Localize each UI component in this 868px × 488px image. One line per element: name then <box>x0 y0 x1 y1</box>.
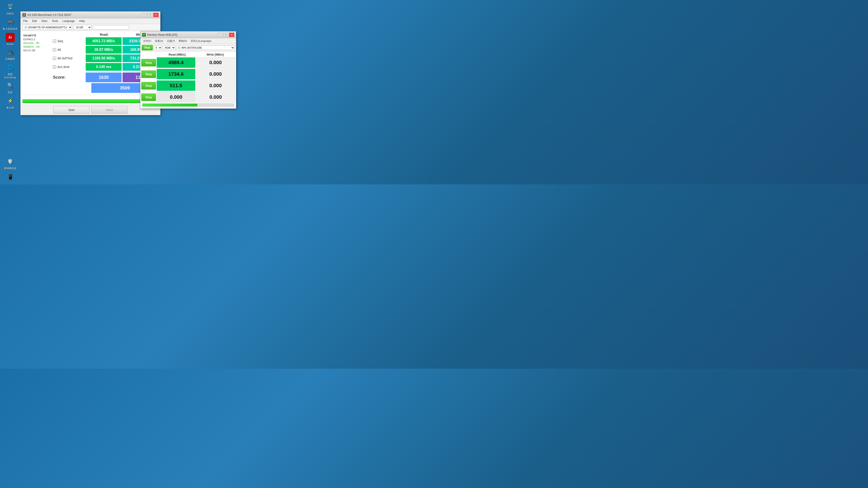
progress-area: ··· <box>21 95 160 105</box>
acctime-label: ✓ Acc.time <box>53 65 86 69</box>
maximize-button[interactable]: □ <box>148 13 153 17</box>
4k64-label: ✓ 4K-64Thrd <box>53 57 86 60</box>
abort-button[interactable]: Abort <box>91 106 127 113</box>
menu-file[interactable]: File <box>22 19 29 23</box>
desktop-icon-wanjie[interactable]: 📺 完美解码 <box>2 48 18 61</box>
drive-select[interactable]: C: GIGABYTE GP-ASM2NE6100TTLD <box>22 25 72 30</box>
rr-col-header: Read [MB/s] Write [MB/s] <box>141 53 235 57</box>
rr-stop-top-button[interactable]: Stop <box>142 45 153 51</box>
desktop-icon-adobe[interactable]: Ai Adobe <box>2 33 18 45</box>
seq-label: ✓ Seq <box>53 39 86 43</box>
ludashi-label: 夜神模拟器 <box>4 167 17 170</box>
rr-count-select[interactable]: 5 <box>154 45 162 50</box>
rr-read-4: 0.000 <box>157 92 195 103</box>
games-icon: 🎮 <box>6 18 15 27</box>
minimize-button[interactable]: − <box>142 13 147 17</box>
score-read: 1630 <box>86 72 122 82</box>
rr-menu-settings[interactable]: 设置(S) <box>154 39 164 43</box>
as-ssd-app-icon: A <box>22 13 26 17</box>
wanjie-label: 完美解码 <box>5 57 15 61</box>
desktop-icons: 🗑️ 回收站 🎮 鲁大师游戏库 Ai Adobe 📺 完美解码 🌐 搜索Ever… <box>0 0 20 112</box>
rr-maximize-button[interactable]: □ <box>223 33 228 37</box>
menu-tools[interactable]: Tools <box>51 19 59 23</box>
4k64-read: 1185.56 MB/s <box>86 55 122 62</box>
rr-progress-bar-bg <box>142 103 234 107</box>
rr-col-read-header: Read [MB/s] <box>158 53 196 56</box>
rr-write-1: 0.000 <box>196 57 235 68</box>
drive-model: EGFM11.2 <box>23 37 51 41</box>
rr-stop-btn-2[interactable]: Stop <box>141 70 156 78</box>
seq-read: 4051.72 MB/s <box>86 37 122 45</box>
rr-read-1: 4989.4 <box>157 57 195 68</box>
desktop-icon-ludashi[interactable]: 🛡️ 夜神模拟器 <box>2 157 18 170</box>
adobe-label: Adobe <box>6 43 14 45</box>
desktop-icon-xunlei[interactable]: ⚡ 鲁大师 <box>2 96 18 109</box>
rr-write-3: 0.000 <box>196 80 235 91</box>
recycle-bin-label: 回收站 <box>6 12 14 15</box>
as-ssd-toolbar: C: GIGABYTE GP-ASM2NE6100TTLD 10 GB <box>21 24 160 31</box>
menu-view[interactable]: View <box>40 19 48 23</box>
bottom-desktop-icons: 🛡️ 夜神模拟器 📱 <box>2 157 18 182</box>
rr-col-write-header: Write [MB/s] <box>196 53 235 56</box>
games-label: 鲁大师游戏库 <box>3 27 18 31</box>
rr-row-2: Stop 1734.6 0.000 <box>141 69 235 79</box>
progress-icon: ··· <box>22 96 158 99</box>
label-spacer <box>53 33 86 36</box>
rr-menu-theme[interactable]: 主题(T) <box>166 39 176 43</box>
rr-menu-language[interactable]: 语言(L)(Language) <box>190 39 212 43</box>
rr-row-3: Stop 511.5 0.000 <box>141 80 235 91</box>
desktop-icon-games[interactable]: 🎮 鲁大师游戏库 <box>2 18 18 31</box>
rr-close-button[interactable]: ✕ <box>229 33 234 37</box>
ludashi-icon: 🛡️ <box>6 157 15 166</box>
xunlei-label: 鲁大师 <box>6 106 14 109</box>
rr-drive-select[interactable]: C: 90% (837/931GiB) <box>176 45 235 50</box>
rr-title: Random Read 4KiB [2/5] <box>147 33 177 36</box>
rr-stop-btn-4[interactable]: Stop <box>141 94 156 101</box>
rr-minimize-button[interactable]: − <box>217 33 222 37</box>
wanjie-icon: 📺 <box>6 48 15 57</box>
4k64-checkbox[interactable]: ✓ <box>53 57 56 60</box>
seq-checkbox[interactable]: ✓ <box>53 39 56 43</box>
menu-language[interactable]: Language <box>62 19 75 23</box>
start-button[interactable]: Start <box>53 106 90 113</box>
4k-read: 38.97 MB/s <box>86 46 122 54</box>
as-ssd-titlebar: A AS SSD Benchmark 2.0.7316.34247 − □ ✕ <box>21 11 160 18</box>
rr-read-3: 511.5 <box>157 80 195 91</box>
drive-size-gb: 931.51 GB <box>23 48 51 53</box>
rr-menu-bar: 文件(F) 设置(S) 主题(T) 帮助(H) 语言(L)(Language) <box>141 38 236 44</box>
desktop-icon-search[interactable]: 🔍 迅雷 <box>2 81 18 94</box>
rr-stop-btn-1[interactable]: Stop <box>141 59 156 66</box>
test-input[interactable] <box>93 25 129 30</box>
search-label: 迅雷 <box>8 91 13 94</box>
rr-menu-help[interactable]: 帮助(H) <box>178 39 188 43</box>
desktop-icon-nightemu[interactable]: 📱 <box>2 172 18 182</box>
desktop-icon-edge[interactable]: 🌐 搜索Everything <box>2 63 18 79</box>
desktop-icon-recycle[interactable]: 🗑️ 回收站 <box>2 2 18 15</box>
recycle-bin-icon: 🗑️ <box>6 2 15 11</box>
as-ssd-menu-bar: File Edit View Tools Language Help <box>21 18 160 24</box>
nightemu-icon: 📱 <box>6 172 15 182</box>
as-ssd-title: AS SSD Benchmark 2.0.7316.34247 <box>27 13 71 17</box>
xunlei-icon: ⚡ <box>6 96 15 105</box>
menu-edit[interactable]: Edit <box>31 19 38 23</box>
acctime-checkbox[interactable]: ✓ <box>53 65 56 68</box>
as-ssd-main: GIGABYTE EGFM11.2 stornvme - OK 593920 K… <box>21 31 160 95</box>
progress-bar-fill <box>23 99 158 103</box>
rr-row-4: Stop 0.000 0.000 <box>141 92 235 103</box>
4k-label: ✓ 4K <box>53 48 86 52</box>
rr-app-icon: R <box>142 33 146 37</box>
drive-info: GIGABYTE EGFM11.2 stornvme - OK 593920 K… <box>22 33 52 53</box>
rr-titlebar-controls: − □ ✕ <box>217 33 234 37</box>
menu-help[interactable]: Help <box>78 19 86 23</box>
rr-menu-file[interactable]: 文件(F) <box>142 39 152 43</box>
size-select[interactable]: 10 GB <box>73 25 92 30</box>
4k-checkbox[interactable]: ✓ <box>53 48 56 51</box>
rr-size-select[interactable]: 8GiB <box>163 45 176 50</box>
rr-stop-btn-3[interactable]: Stop <box>141 82 156 90</box>
close-button[interactable]: ✕ <box>153 13 158 17</box>
rr-table: Read [MB/s] Write [MB/s] Stop 4989.4 0.0… <box>141 52 236 108</box>
read-header: Read: <box>86 33 122 36</box>
titlebar-controls: − □ ✕ <box>142 13 158 17</box>
search-icon: 🔍 <box>6 81 15 90</box>
as-ssd-window: A AS SSD Benchmark 2.0.7316.34247 − □ ✕ … <box>20 11 160 115</box>
